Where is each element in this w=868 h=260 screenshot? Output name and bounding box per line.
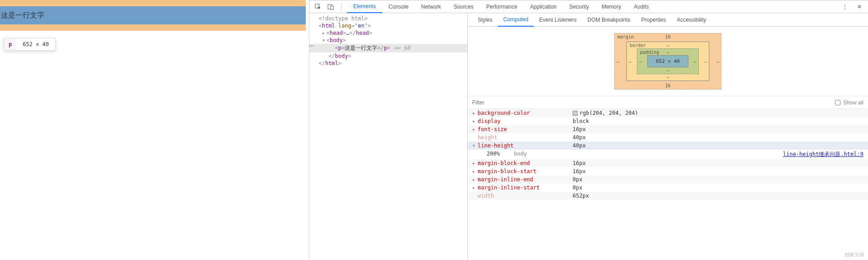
border-left-value: – [629,59,631,64]
computed-property-value: 40px [573,134,586,141]
dom-selected-p[interactable]: <p>这是一行文字</p> == $0 [309,44,467,52]
show-all-label: Show all [843,99,863,106]
computed-row-background-color[interactable]: ▸background-colorrgb(204, 204, 204) [468,109,868,117]
computed-property-value: 40px [573,142,586,149]
tab-audits[interactable]: Audits [627,0,655,13]
computed-property-name: margin-inline-start [478,184,573,191]
cascade-value: 200% [487,151,514,158]
chevron-down-icon: ▾ [472,142,478,149]
source-link[interactable]: line-height继承问题.html:9 [783,151,863,158]
tab-security[interactable]: Security [563,0,595,13]
margin-bottom-value: 16 [665,83,670,88]
computed-property-name: margin-block-end [478,160,573,166]
devtools-toolbar: Elements Console Network Sources Perform… [309,0,868,13]
computed-property-name: display [478,118,573,124]
chevron-right-icon: ▸ [472,168,478,175]
side-tab-accessibility[interactable]: Accessibility [671,13,711,27]
main-tabs: Elements Console Network Sources Perform… [347,0,837,13]
padding-left-value: – [639,59,642,64]
chevron-right-icon: ▸ [472,160,478,166]
computed-row-line-height[interactable]: ▾line-height40px [468,142,868,150]
dom-body-close[interactable]: </body> [309,52,467,60]
cascade-selector: body [514,151,783,158]
tab-elements[interactable]: Elements [347,0,382,13]
filter-input[interactable] [472,99,540,106]
side-tab-dombreakpoints[interactable]: DOM Breakpoints [582,13,636,27]
margin-label: margin [617,34,634,39]
chevron-right-icon: ▸ [472,126,478,132]
computed-property-name: font-size [478,126,573,132]
computed-property-value: 16px [573,160,586,166]
computed-property-value: rgb(204, 204, 204) [573,110,638,116]
computed-property-name: margin-inline-end [478,176,573,183]
chevron-right-icon: ▸ [472,184,478,191]
dom-body-open[interactable]: ▾<body> [309,37,467,44]
computed-row-width[interactable]: width652px [468,192,868,200]
padding-top-value: – [666,50,669,55]
devtools-panel: Elements Console Network Sources Perform… [309,0,868,260]
computed-row-margin-inline-start[interactable]: ▸margin-inline-start0px [468,184,868,192]
computed-row-display[interactable]: ▸displayblock [468,117,868,125]
margin-right-value: – [716,59,719,64]
color-swatch-icon [573,111,578,116]
tooltip-dimensions: 652 × 40 [16,41,55,47]
padding-label: padding [640,50,659,55]
computed-row-source[interactable]: 200%bodyline-height继承问题.html:9 [468,150,868,159]
margin-top-value: 16 [665,34,670,39]
svg-rect-2 [331,6,333,9]
side-tab-eventlisteners[interactable]: Event Listeners [534,13,582,27]
computed-row-margin-inline-end[interactable]: ▸margin-inline-end0px [468,175,868,184]
separator [341,3,342,11]
inspect-icon[interactable] [313,2,323,12]
box-model[interactable]: margin 16 16 – – border – – – – paddin [468,27,868,96]
tab-sources[interactable]: Sources [447,0,480,13]
device-toggle-icon[interactable] [326,2,336,12]
tab-network[interactable]: Network [415,0,447,13]
chevron-right-icon: ▸ [472,118,478,124]
elements-tree[interactable]: <!doctype html> <html lang="en"> ▸<head>… [309,13,468,260]
styles-side-panel: Styles Computed Event Listeners DOM Brea… [468,13,868,260]
watermark: 创新互联 [844,251,864,258]
chevron-right-icon: ▸ [472,110,478,116]
rendered-page: 这是一行文字 p 652 × 40 [0,0,309,260]
computed-property-name: height [478,134,573,141]
computed-property-value: block [573,118,589,124]
show-all-checkbox[interactable] [835,100,840,105]
inspected-paragraph[interactable]: 这是一行文字 [0,6,306,24]
computed-property-value: 0px [573,184,583,191]
side-tab-properties[interactable]: Properties [636,13,671,27]
computed-row-font-size[interactable]: ▸font-size16px [468,125,868,133]
tab-performance[interactable]: Performance [480,0,524,13]
side-tab-computed[interactable]: Computed [498,13,534,27]
computed-property-name: background-color [478,110,573,116]
computed-row-margin-block-start[interactable]: ▸margin-block-start16px [468,167,868,175]
filter-row: Show all [468,96,868,109]
chevron-right-icon: ▸ [472,176,478,183]
computed-row-height[interactable]: height40px [468,133,868,142]
border-bottom-value: – [666,75,669,80]
computed-property-value: 16px [573,168,586,175]
margin-left-value: – [617,59,619,64]
computed-property-name: line-height [478,142,573,149]
padding-right-value: – [694,59,697,64]
padding-bottom-value: – [666,68,669,73]
close-icon[interactable]: ✕ [854,2,864,12]
computed-properties-list[interactable]: ▸background-colorrgb(204, 204, 204)▸disp… [468,109,868,260]
computed-property-name: width [478,193,573,199]
element-tooltip: p 652 × 40 [4,38,56,51]
tab-application[interactable]: Application [524,0,563,13]
tooltip-tagname: p [4,38,16,50]
border-right-value: – [704,59,707,64]
kebab-menu-icon[interactable]: ⋮ [840,2,850,12]
border-top-value: – [666,43,669,48]
dom-doctype[interactable]: <!doctype html> [309,15,467,22]
border-label: border [630,43,646,48]
dom-head[interactable]: ▸<head>…</head> [309,29,467,37]
dom-html-open[interactable]: <html lang="en"> [309,22,467,29]
tab-console[interactable]: Console [382,0,415,13]
dom-html-close[interactable]: </html> [309,60,467,67]
side-tab-styles[interactable]: Styles [472,13,498,27]
tab-memory[interactable]: Memory [595,0,627,13]
computed-row-margin-block-end[interactable]: ▸margin-block-end16px [468,159,868,167]
computed-property-name: margin-block-start [478,168,573,175]
